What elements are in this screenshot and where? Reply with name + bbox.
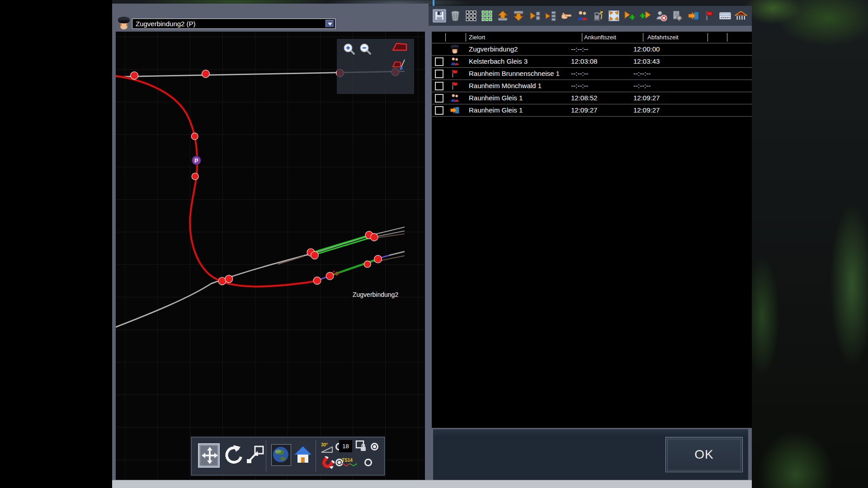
zoom-in-icon[interactable] bbox=[342, 42, 356, 56]
cell-abfahrt: 12:09:27 bbox=[633, 94, 660, 102]
train-selector-dropdown[interactable]: Zugverbindung2 (P) bbox=[132, 19, 335, 29]
map-toolbar: 30° 18 bbox=[191, 437, 385, 475]
dialog-footer: OK bbox=[433, 429, 748, 480]
enter-depot-icon bbox=[450, 105, 461, 116]
cell-zielort: Raunheim Gleis 1 bbox=[469, 94, 523, 102]
screen: Zugverbindung2 (P) bbox=[0, 0, 868, 488]
conductor-icon bbox=[117, 15, 131, 33]
add-route-start-icon[interactable] bbox=[623, 9, 637, 23]
table-row[interactable]: Raunheim Gleis 1 12:09:27 12:09:27 bbox=[432, 104, 752, 117]
track-plan: P bbox=[116, 32, 425, 480]
enter-depot-icon[interactable] bbox=[687, 9, 700, 23]
chevron-down-icon[interactable] bbox=[326, 20, 334, 28]
left-black-strip bbox=[0, 0, 112, 488]
column-separator[interactable] bbox=[727, 33, 727, 42]
table-row[interactable]: Raunheim Gleis 1 12:08:52 12:09:27 bbox=[432, 92, 752, 104]
cell-ankunft: --:--:-- bbox=[571, 45, 588, 53]
column-separator[interactable] bbox=[466, 33, 466, 42]
passengers-icon bbox=[450, 93, 461, 103]
delete-icon[interactable] bbox=[448, 9, 462, 23]
row-checkbox[interactable] bbox=[435, 70, 443, 78]
cell-ankunft: 12:03:08 bbox=[571, 57, 597, 65]
ok-button[interactable]: OK bbox=[665, 437, 743, 472]
flag-icon[interactable] bbox=[703, 9, 716, 23]
row-checkbox[interactable] bbox=[435, 106, 443, 115]
insert-before-icon[interactable] bbox=[544, 9, 557, 23]
window-bottom-edge bbox=[112, 480, 752, 488]
table-header[interactable]: Zielort Ankunftszeit Abfahrtszeit bbox=[432, 32, 752, 43]
schedule-window: Zielort Ankunftszeit Abfahrtszeit Zugver… bbox=[429, 6, 752, 480]
row-checkbox[interactable] bbox=[435, 94, 443, 103]
cell-abfahrt: 12:00:00 bbox=[633, 45, 660, 53]
insert-after-icon[interactable] bbox=[528, 9, 542, 23]
grid-icon[interactable] bbox=[464, 9, 478, 23]
move-up-icon[interactable] bbox=[496, 9, 509, 23]
properties-icon[interactable] bbox=[670, 9, 684, 23]
table-row[interactable]: Kelsterbach Gleis 3 12:03:08 12:03:43 bbox=[432, 56, 752, 68]
lock-grid-icon[interactable] bbox=[355, 440, 367, 455]
divider bbox=[316, 440, 316, 472]
add-route-end-icon[interactable] bbox=[639, 9, 652, 23]
pan-arrows-icon bbox=[200, 446, 217, 465]
row-checkbox[interactable] bbox=[435, 57, 443, 66]
cell-abfahrt: 12:03:43 bbox=[633, 57, 660, 65]
table-row[interactable]: Raunheim Mönchwald 1 --:--:-- --:--:-- bbox=[432, 80, 752, 92]
passengers-icon bbox=[450, 56, 461, 67]
passengers-icon[interactable] bbox=[576, 9, 589, 23]
svg-text:P: P bbox=[194, 158, 198, 164]
cell-abfahrt: --:--:-- bbox=[633, 70, 651, 77]
flag-icon bbox=[450, 68, 461, 79]
cell-zielort: Zugverbindung2 bbox=[469, 45, 518, 53]
globe-button[interactable] bbox=[271, 444, 291, 466]
header-abfahrtszeit[interactable]: Abfahrtszeit bbox=[647, 34, 679, 41]
divider bbox=[266, 440, 266, 472]
select-hand-icon[interactable] bbox=[560, 9, 573, 23]
grid-size-value[interactable]: 18 bbox=[339, 440, 352, 452]
refuel-icon[interactable] bbox=[591, 9, 605, 23]
track-style-radio[interactable] bbox=[364, 459, 372, 466]
map-overlay-panel bbox=[337, 39, 414, 94]
header-zielort[interactable]: Zielort bbox=[469, 34, 485, 41]
rotate-button[interactable] bbox=[222, 444, 244, 469]
header-ankunftszeit[interactable]: Ankunftszeit bbox=[584, 34, 616, 41]
remove-person-icon[interactable] bbox=[655, 9, 668, 23]
route-label: Zugverbindung2 bbox=[353, 291, 398, 298]
control-panel-icon[interactable] bbox=[718, 9, 732, 23]
cell-zielort: Raunheim Gleis 1 bbox=[469, 106, 523, 114]
row-checkbox[interactable] bbox=[435, 82, 443, 90]
map-window: Zugverbindung2 (P) bbox=[112, 4, 429, 480]
table-row[interactable]: Raunheim Brunnenschneise 1 --:--:-- --:-… bbox=[432, 68, 752, 80]
cell-ankunft: --:--:-- bbox=[571, 70, 588, 77]
home-button[interactable] bbox=[294, 445, 312, 466]
column-separator[interactable] bbox=[445, 33, 446, 42]
track-style-icon[interactable]: TS14 bbox=[342, 455, 357, 469]
table-row[interactable]: Zugverbindung2 --:--:-- 12:00:00 bbox=[432, 43, 752, 56]
cell-ankunft: --:--:-- bbox=[571, 82, 588, 89]
magnet-icon[interactable] bbox=[320, 456, 335, 472]
zoom-out-icon[interactable] bbox=[359, 42, 372, 56]
center-view-icon[interactable] bbox=[607, 9, 621, 23]
flag-icon bbox=[450, 80, 461, 91]
cell-zielort: Raunheim Brunnenschneise 1 bbox=[469, 70, 560, 77]
grid-active-icon[interactable] bbox=[480, 9, 494, 23]
depot-icon[interactable] bbox=[734, 9, 748, 23]
grid-radio[interactable] bbox=[371, 443, 378, 450]
cell-zielort: Kelsterbach Gleis 3 bbox=[469, 57, 528, 65]
column-separator[interactable] bbox=[708, 33, 708, 42]
main-toolbar bbox=[429, 6, 752, 26]
cell-ankunft: 12:09:27 bbox=[571, 106, 597, 114]
scale-button[interactable] bbox=[245, 445, 265, 467]
cell-zielort: Raunheim Mönchwald 1 bbox=[469, 82, 542, 89]
map-canvas[interactable]: P Zugverbindung2 bbox=[116, 32, 425, 480]
save-icon[interactable] bbox=[433, 9, 446, 23]
column-separator[interactable] bbox=[582, 33, 582, 42]
slope-icon[interactable]: 30° bbox=[321, 440, 333, 453]
tunnel-icon[interactable] bbox=[392, 42, 406, 55]
cell-ankunft: 12:08:52 bbox=[571, 94, 597, 102]
cell-abfahrt: 12:09:27 bbox=[633, 106, 660, 114]
move-down-icon[interactable] bbox=[512, 9, 525, 23]
schedule-table: Zielort Ankunftszeit Abfahrtszeit Zugver… bbox=[432, 32, 752, 428]
tunnel-edit-icon[interactable] bbox=[392, 59, 406, 72]
column-separator[interactable] bbox=[643, 33, 643, 42]
pan-button[interactable] bbox=[198, 443, 220, 468]
